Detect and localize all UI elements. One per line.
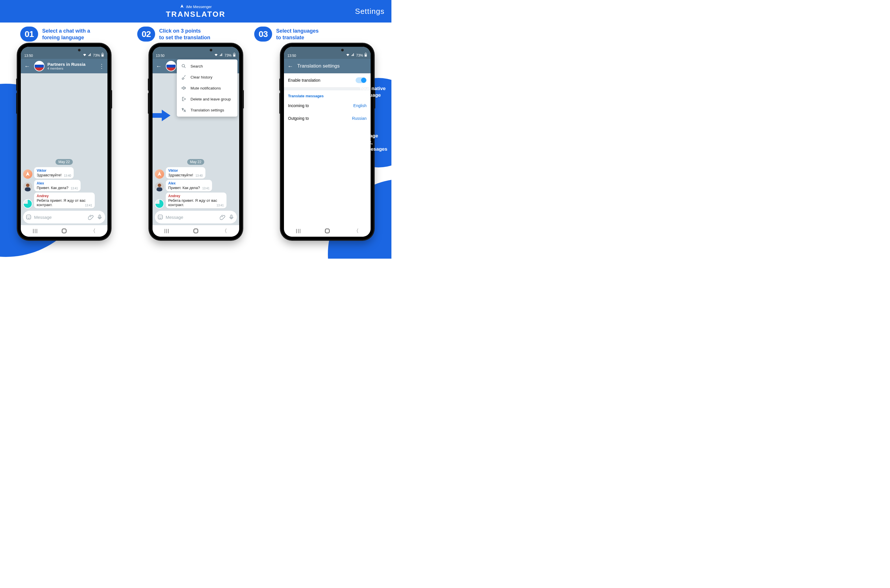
annot-line: for your mesages (346, 146, 387, 153)
arrow-callout-icon (152, 109, 171, 122)
exit-icon (181, 96, 186, 102)
status-time: 13:50 (287, 54, 296, 58)
back-button[interactable]: ← (155, 63, 163, 70)
overflow-menu-button[interactable]: ⋮ (98, 63, 105, 70)
step-3: 03 Select languages to translate (254, 27, 371, 42)
menu-item-mute[interactable]: Mute notifications (177, 82, 238, 93)
wifi-icon (346, 53, 350, 57)
status-bar: 13:50 73% (284, 47, 371, 59)
message-time: 13:41 (71, 187, 78, 190)
phone-2: 13:50 73% ← Search (150, 44, 242, 240)
avatar-andrey[interactable] (155, 199, 164, 208)
battery-text: 73% (356, 53, 363, 57)
menu-item-label: Clear history (191, 75, 213, 80)
back-button[interactable]: ← (23, 63, 31, 70)
annot-line: Your native (359, 86, 386, 92)
message-row: Andrey Ребята привет. Я жду от вас контр… (21, 192, 107, 209)
setting-label: Enable translation (288, 78, 320, 82)
menu-item-label: Mute notifications (191, 86, 221, 90)
message-placeholder: Message (34, 215, 86, 220)
avatar-alex[interactable] (23, 182, 32, 191)
attach-icon[interactable] (88, 214, 94, 220)
svg-rect-8 (234, 53, 235, 53)
step-1: 01 Select a chat with a foreing language (20, 27, 137, 42)
chat-avatar[interactable] (34, 61, 45, 71)
step-2-text-line2: to set the translation (159, 34, 210, 41)
status-bar: 13:50 73% (152, 47, 239, 59)
avatar-viktor[interactable] (155, 170, 164, 178)
nav-home[interactable] (194, 229, 198, 233)
message-bubble[interactable]: Alex Привет. Как дела? 13:41 (34, 180, 81, 191)
mic-icon[interactable] (96, 214, 103, 220)
battery-icon (364, 53, 367, 58)
status-bar: 13:50 73% (21, 47, 107, 59)
message-time: 13:40 (64, 174, 71, 177)
svg-rect-16 (365, 53, 366, 53)
translate-icon (181, 107, 186, 112)
mute-icon (181, 86, 186, 91)
nav-back[interactable]: 〈 (353, 228, 359, 234)
message-bubble[interactable]: Viktor Здравствуйте! 13:40 (166, 167, 205, 178)
sticker-icon[interactable] (157, 214, 164, 220)
message-placeholder: Message (166, 215, 217, 220)
message-time: 13:40 (195, 174, 203, 177)
toggle-on[interactable] (356, 77, 367, 83)
menu-item-leave-group[interactable]: Delete and leave group (177, 93, 238, 105)
nav-home[interactable] (325, 229, 329, 233)
chat-body[interactable]: May 22 Viktor Здравствуйте! 13:40 Alex (21, 74, 107, 225)
avatar-viktor[interactable] (23, 170, 32, 178)
menu-item-clear-history[interactable]: Clear history (177, 72, 238, 82)
signal-icon (351, 53, 355, 57)
nav-recents[interactable]: ||| (33, 228, 38, 234)
banner-settings-label: Settings (355, 7, 385, 16)
annot-line: The language (346, 133, 387, 140)
step-3-badge: 03 (254, 27, 272, 42)
nav-recents[interactable]: ||| (164, 228, 170, 234)
message-bubble[interactable]: Andrey Ребята привет. Я жду от вас контр… (34, 192, 95, 208)
chat-subtitle: 4 members (47, 67, 95, 70)
battery-icon (101, 53, 104, 58)
chat-avatar[interactable] (166, 61, 176, 71)
message-input-bar[interactable]: Message (155, 211, 237, 224)
menu-item-label: Search (191, 64, 203, 68)
mic-icon[interactable] (228, 214, 235, 220)
message-row: Viktor Здравствуйте! 13:40 (152, 166, 239, 179)
brand-name: iMe Messenger (186, 5, 212, 9)
message-input-bar[interactable]: Message (23, 211, 105, 224)
chat-header: ← Partners in Russia 4 members ⋮ (21, 59, 107, 74)
svg-rect-2 (102, 54, 103, 56)
svg-rect-1 (102, 53, 103, 53)
android-navbar: ||| 〈 (284, 225, 371, 237)
message-bubble[interactable]: Andrey Ребята привет. Я жду от вас контр… (166, 192, 227, 208)
chat-title: Partners in Russia (47, 62, 95, 67)
avatar-andrey[interactable] (23, 199, 32, 208)
message-row: Alex Привет. Как дела? 13:41 (152, 179, 239, 192)
message-text: Здравствуйте! (37, 173, 62, 177)
message-bubble[interactable]: Alex Привет. Как дела? 13:41 (166, 180, 212, 191)
menu-item-search[interactable]: Search (177, 61, 238, 72)
step-3-text-line2: to translate (276, 34, 319, 41)
svg-rect-3 (27, 215, 31, 219)
message-bubble[interactable]: Viktor Здравствуйте! 13:40 (34, 167, 74, 178)
android-navbar: ||| 〈 (152, 225, 239, 237)
connector-lines-icon (334, 95, 391, 133)
attach-icon[interactable] (219, 214, 226, 220)
battery-text: 73% (224, 53, 232, 57)
message-time: 13:41 (216, 204, 224, 207)
nav-back[interactable]: 〈 (222, 228, 227, 234)
nav-recents[interactable]: ||| (296, 228, 301, 234)
back-button[interactable]: ← (286, 63, 295, 70)
step-1-text-line1: Select a chat with a (42, 28, 90, 34)
setting-enable-translation[interactable]: Enable translation (284, 74, 371, 87)
nav-back[interactable]: 〈 (90, 228, 96, 234)
date-pill: May 22 (187, 159, 204, 165)
sticker-icon[interactable] (26, 214, 32, 220)
chat-header-title-area[interactable]: Partners in Russia 4 members (47, 62, 95, 70)
message-text: Здравствуйте! (168, 173, 193, 177)
avatar-alex[interactable] (155, 182, 164, 191)
message-time: 13:41 (202, 187, 209, 190)
signal-icon (88, 53, 92, 57)
brand-logo-icon (180, 4, 184, 9)
nav-home[interactable] (62, 229, 66, 233)
menu-item-translation-settings[interactable]: Translation settings (177, 105, 238, 116)
